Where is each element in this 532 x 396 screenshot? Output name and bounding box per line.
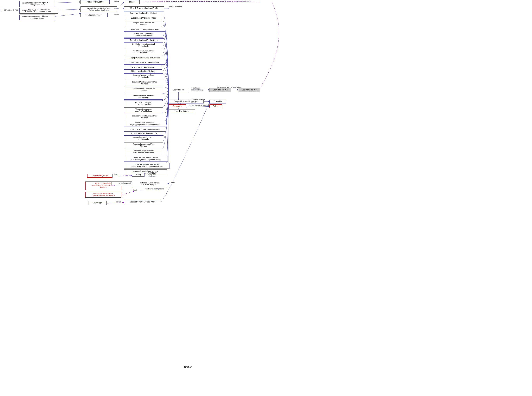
node-TableHeaderComponent-LookAndFeelMethods: TableHeaderComponent::KeyMappingEditorCo… — [124, 121, 166, 127]
node-juce-Point-int: juce::Point< int > — [169, 109, 195, 113]
node-WeakReference-ObjectType: WeakReference< ObjectType,ReferenceCount… — [80, 6, 117, 12]
svg-line-19 — [140, 190, 159, 190]
node-ComboBox-LookAndFeelMethods: ComboBox::LookAndFeelMethods — [124, 61, 165, 65]
node-ExtraLookAndFeelBaseClasses-AudioDevice: ExtraLookAndFeelBaseClasses::AudioDevice… — [124, 163, 170, 169]
diagram-container: ReferencedType ReferenceCountedObjectPtr… — [0, 0, 532, 396]
node-String: String — [132, 173, 144, 177]
svg-line-18 — [121, 191, 134, 195]
node-CharPointer-UTF8: CharPointer_UTF8 — [87, 174, 113, 178]
node-SortedSet-ElementType: SortedSet< ElementType,TypeOfCriticalSec… — [85, 192, 121, 198]
node-ConcertinaPanel-LookAndFeelMethods: ConcertinaPanel::LookAndFeelMethods — [124, 135, 163, 141]
label-text: text — [114, 173, 117, 175]
label-originRelativeToComponent: originRelativeToComponent — [189, 105, 211, 106]
svg-line-4 — [117, 2, 124, 8]
label-image: image — [114, 0, 119, 2]
label-colours: colours — [169, 181, 175, 183]
svg-line-13 — [113, 175, 132, 176]
node-ReferencedType: ReferencedType — [0, 8, 21, 12]
node-Label-LookAndFeelMethods: Label::LookAndFeelMethods — [124, 66, 162, 70]
node-Colour: Colour — [209, 105, 222, 108]
node-ExtraLookAndFeelBaseClasses-KeyMapping: ExtraLookAndFeelBaseClasses::KeyMappingE… — [124, 156, 168, 162]
node-TextEditor-LookAndFeelMethods: TextEditor::LookAndFeelMethods — [124, 28, 165, 32]
node-ScopedPointer-ObjectType: ScopedPointer< ObjectType > — [124, 200, 161, 204]
node-GroupComponent-LookAndFeelMethods: GroupComponent::LookAndFeelMethods — [124, 114, 165, 120]
node-LookAndFeel-V2: LookAndFeel_V2 — [209, 88, 231, 92]
node-Image: Image — [124, 0, 140, 4]
label-defaultFixed-defaultSerif-defaultSans: defaultFixeddefaultSerifdefaultSans — [147, 171, 156, 177]
node-ProgressBar-LookAndFeelMethods: ProgressBar::LookAndFeelMethods — [124, 142, 163, 148]
label-object1: object — [191, 101, 196, 103]
node-SortedSet-LookAndFeel-ColourSetting: SortedSet< LookAndFeel::ColourSetting > — [132, 181, 167, 187]
node-ImageButton-LookAndFeelMethods: ImageButton::LookAndFeelMethods — [124, 21, 163, 27]
node-CallOutBox-LookAndFeelMethods: CallOutBox::LookAndFeelMethods — [124, 128, 166, 132]
svg-line-20 — [106, 203, 124, 204]
label-backgroundTexture: backgroundTexture — [237, 0, 252, 2]
svg-line-11 — [185, 106, 209, 107]
node-FilenameComponent-LookAndFeelMethods: FilenameComponent::LookAndFeelMethods — [124, 107, 163, 113]
node-DocumentWindow-LookAndFeelMethods: DocumentWindow::LookAndFeelMethods — [124, 80, 165, 86]
label-drawableClipPath: drawableClipPath — [191, 99, 205, 100]
node-Toolbar-LookAndFeelMethods: Toolbar::LookAndFeelMethods — [124, 132, 164, 135]
node-FileBrowserComponent-LookAndFeelMethods: FileBrowserComponent::LookAndFeelMethods — [124, 32, 163, 37]
node-PopupMenu-LookAndFeelMethods: PopupMenu::LookAndFeelMethods — [124, 56, 166, 60]
node-TabbedButtonBar-LookAndFeelMethods: TabbedButtonBar::LookAndFeelMethods — [124, 94, 163, 99]
node-ImagePixelData: < ImagePixelData > — [80, 0, 109, 4]
node-ResizableWindow-LookAndFeelMethods: ResizableWindow::LookAndFeelMethods — [124, 73, 163, 79]
node-ScrollBar-LookAndFeelMethods: ScrollBar::LookAndFeelMethods — [124, 11, 164, 15]
label-holder2: holder — [114, 14, 119, 16]
node-PropertyComponent-LookAndFeelMethods: PropertyComponent::LookAndFeelMethods — [124, 100, 163, 106]
node-WeakReference-LookAndFeel: WeakReference< LookAndFeel > — [124, 6, 164, 10]
label-referencedObject1: referencedObject — [22, 2, 36, 4]
label-folderImage-documentImage: folderImagedocumentImage — [191, 87, 204, 91]
label-referencedObject2: referencedObject — [22, 9, 36, 11]
label-masterReference: masterReference — [169, 6, 182, 7]
svg-line-2 — [58, 9, 80, 10]
label-bool: bool — [133, 189, 137, 191]
node-StretchableLayoutResizerBar-LookAndFeelMethods: StretchableLayoutResizerBar::LookAndFeel… — [124, 149, 163, 155]
node-LookAndFeel-V3: LookAndFeel_V3 — [239, 88, 260, 92]
label-holder1: holder — [114, 8, 119, 10]
node-AlertWindow-LookAndFeelMethods: AlertWindow::LookAndFeelMethods — [124, 49, 163, 55]
node-TreeView-LookAndFeelMethods: TreeView::LookAndFeelMethods — [124, 38, 164, 42]
node-ObjectType: ObjectType — [88, 201, 107, 205]
label-useNativeAlertWindows: useNativeAlertWindows — [145, 188, 164, 190]
diagram-arrows — [0, 0, 532, 396]
node-TooltipWindow-LookAndFeelMethods: TooltipWindow::LookAndFeelMethods — [124, 87, 164, 93]
node-BubbleComponent-LookAndFeelMethods: BubbleComponent::LookAndFeelMethods — [124, 42, 163, 48]
svg-line-1 — [54, 2, 80, 3]
node-Button-LookAndFeelMethods: Button::LookAndFeelMethods — [124, 16, 163, 20]
node-Drawable: Drawable — [209, 99, 226, 104]
label-backgroundTextureBaseColour: backgroundTextureBaseColour — [217, 86, 241, 88]
label-referencedObject3: referencedObject — [22, 16, 36, 17]
node-LookAndFeel: LookAndFeel — [169, 88, 188, 92]
node-ExtraLookAndFeelBaseClasses-Lasso: ExtraLookAndFeelBaseClasses::LassoCompon… — [124, 169, 167, 175]
node-Slider-LookAndFeelMethods: Slider::LookAndFeelMethods — [124, 70, 162, 73]
label-object2: object — [116, 201, 121, 203]
svg-line-3 — [54, 14, 80, 17]
node-Component: Component — [169, 105, 186, 108]
label-Section: Section — [184, 366, 192, 368]
node-SharedPointer: < SharedPointer > — [80, 13, 108, 17]
